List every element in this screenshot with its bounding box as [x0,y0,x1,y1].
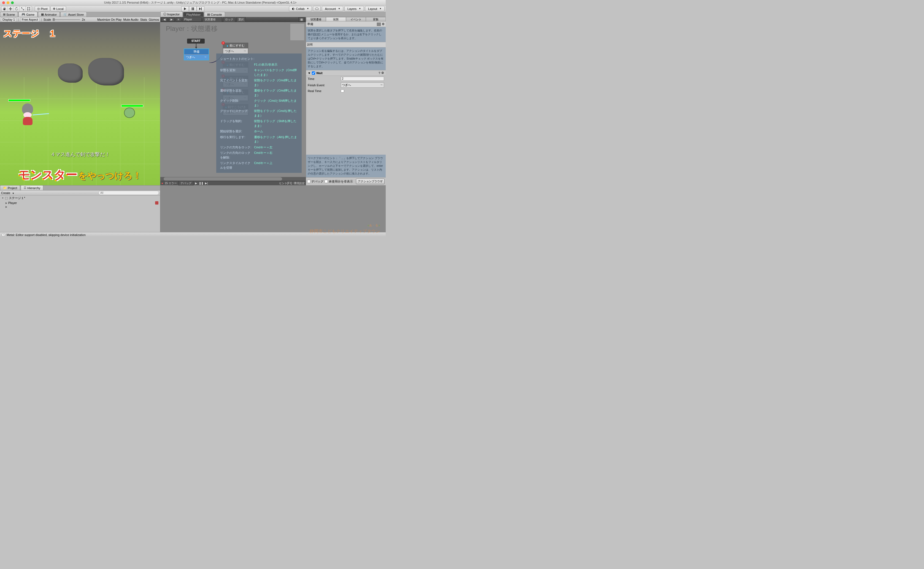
canvas-scrollbar[interactable] [160,177,306,181]
pm-debug-dropdown[interactable]: デバッグ [179,181,193,186]
gear-icon[interactable]: ⚙ [382,22,385,26]
pm-minimap-toggle[interactable]: ▦ [298,17,305,21]
minimize-window[interactable] [7,2,9,4]
play-button[interactable] [181,6,189,11]
debug-checkbox[interactable] [307,180,311,183]
scale-tool[interactable] [20,6,26,11]
pm-step-icon[interactable]: ▶| [205,182,208,185]
main-toolbar: ◎Pivot ⊕Local ◐Collab▼ Account▼ Layers▼ … [0,6,386,12]
state-name-field[interactable]: 準備 ⚙ [306,21,386,27]
account-dropdown[interactable]: Account▼ [322,6,343,11]
pm-forward-button[interactable]: ▶ [168,17,174,21]
tab-animator[interactable]: ▦Animator [38,12,60,17]
move-tool[interactable] [8,6,14,11]
finish-event-dropdown[interactable]: つぎへ→ [341,82,384,88]
wait-enable-checkbox[interactable] [312,72,315,75]
hint-toggle[interactable]: ヒント[F1] [279,181,292,185]
enemy-character [124,108,135,121]
hand-tool[interactable] [2,6,8,11]
tab-console[interactable]: ▤Console [204,12,225,17]
aspect-dropdown[interactable]: Free Aspect [20,17,39,22]
state-node-forward-1[interactable]: ! ●前にすすむ つぎへ→ [223,43,248,54]
playmaker-canvas[interactable]: Player：状態遷移 START 準備 つぎへ→ ! ●前にすすむ つぎへ→ … [160,22,306,177]
info-icon: ! [2,233,5,237]
pm-play-icon[interactable]: ▶ [195,182,197,185]
scene-row[interactable]: ▼⬚ステージ１* [0,195,160,201]
wait-action-header[interactable]: ▼ Wait ? ⚙ [306,70,386,76]
pivot-toggle[interactable]: ◎Pivot [35,6,50,11]
tab-inspector[interactable]: ⓘInspector [160,11,183,17]
tab-hierarchy[interactable]: ☷Hierarchy [21,185,43,190]
hierarchy-search[interactable] [99,191,159,195]
time-input[interactable] [341,77,384,81]
pm-fsm-dropdown[interactable]: 状態遷移 [203,17,222,22]
mute-toggle[interactable]: Mute Audio [123,18,138,21]
tab-scene[interactable]: ⊞Scene [0,12,18,17]
player-row[interactable]: ▶Player [0,201,160,205]
tab-state[interactable]: 状態 [326,17,346,21]
gizmos-dropdown[interactable]: Gizmos [149,18,159,21]
enemy-hp-bar [121,105,143,107]
color-swatch[interactable] [377,23,381,26]
start-node[interactable]: START [187,39,205,44]
state-node-prep[interactable]: 準備 つぎへ→ [184,49,209,60]
status-text: Metal: Editor support disabled, skipping… [7,233,86,237]
pause-button[interactable] [189,6,197,11]
scenery-rocks [55,58,124,91]
create-dropdown[interactable]: Create ▼ [1,191,14,195]
pm-recent-button[interactable]: ≡ [176,17,181,21]
scale-slider[interactable] [53,19,80,20]
cloud-button[interactable] [313,6,321,11]
error-count[interactable]: 15 エラー [165,181,177,185]
maximize-toggle[interactable]: Maximize On Play [97,18,122,21]
env-settings[interactable]: 環境設定 [294,181,305,185]
local-toggle[interactable]: ⊕Local [50,6,66,11]
pm-select-toggle[interactable]: 選択 [237,17,246,22]
step-button[interactable] [197,6,205,11]
gear-icon[interactable]: ⚙ [381,71,384,75]
close-window[interactable] [2,2,5,4]
svg-point-3 [27,7,28,8]
tab-state-transition[interactable]: 状態遷移 [306,17,326,21]
pivot-local-group: ◎Pivot ⊕Local [35,6,66,11]
tab-project[interactable]: 📁Project [0,185,20,190]
tab-asset-store[interactable]: 🛒Asset Store [60,12,87,17]
help-text-1: 状態を選択した後タブを押下して名前を編集します。名前の横の[設定] メニューを使… [306,27,386,42]
action-browser-button[interactable]: アクションブラウザ [356,179,385,184]
fsm-minimap[interactable] [290,24,304,40]
rotate-tool[interactable] [14,6,20,11]
tab-game[interactable]: 🎮Game [18,12,38,17]
svg-rect-9 [201,8,202,10]
scale-value: 2x [82,18,85,21]
foldout-icon[interactable]: ▼ [308,72,311,75]
tab-variable[interactable]: 変数 [366,17,386,21]
expand-row[interactable]: ▶ [0,205,160,209]
scene-icon: ⊞ [3,13,6,16]
stage-label: ステージ １ [3,27,57,40]
node-transition[interactable]: つぎへ→ [223,48,248,54]
layout-dropdown[interactable]: Layout▼ [365,6,385,11]
rect-tool[interactable] [26,6,32,11]
finish-event-row: Finish Event つぎへ→ [306,82,386,88]
real-time-checkbox[interactable] [341,89,344,93]
help-icon[interactable]: ? [379,72,380,75]
node-transition[interactable]: つぎへ→ [184,54,209,60]
display-dropdown[interactable]: Display 1 [1,17,16,22]
pm-pause-icon[interactable]: ❚❚ [199,182,203,185]
chevron-down-icon: ▼ [379,8,382,10]
collab-dropdown[interactable]: ◐Collab▼ [289,6,312,11]
game-view: ステージ １ ４マス進んで剣で攻撃だ！ モンスター をやっつけろ！ [0,22,160,185]
description-label: 説明 [306,42,386,47]
hide-unused-checkbox[interactable] [325,180,328,183]
pm-lock-toggle[interactable]: ロック [223,17,235,22]
tab-event[interactable]: イベント [346,17,366,21]
tab-playmaker[interactable]: PlayMaker [183,12,203,17]
pm-object-dropdown[interactable]: Player [182,17,202,21]
pm-back-button[interactable]: ◀ [161,17,167,21]
layers-dropdown[interactable]: Layers▼ [344,6,364,11]
zoom-window[interactable] [11,2,14,4]
chevron-down-icon: ▼ [359,8,361,10]
stats-toggle[interactable]: Stats [140,18,147,21]
playmaker-toolbar: ◀ ▶ ≡ Player 状態遷移 ロック 選択 ▦ [160,17,306,22]
svg-point-6 [29,9,30,10]
